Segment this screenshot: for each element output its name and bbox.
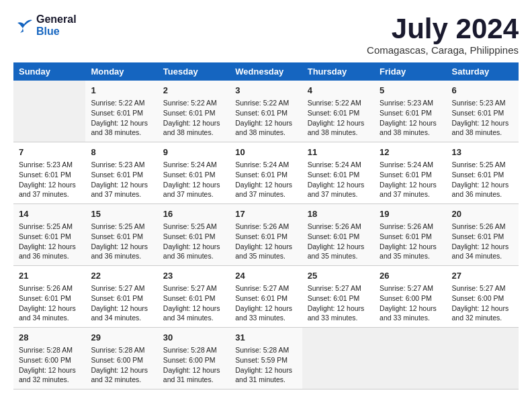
column-header-tuesday: Tuesday — [158, 62, 230, 81]
sunset-text: Sunset: 6:00 PM — [19, 355, 80, 365]
sunrise-text: Sunrise: 5:25 AM — [163, 222, 224, 232]
page-subtitle: Comagascas, Caraga, Philippines — [367, 44, 519, 56]
sunset-text: Sunset: 6:00 PM — [163, 355, 224, 365]
sunrise-text: Sunrise: 5:28 AM — [163, 345, 224, 355]
day-number: 29 — [91, 332, 152, 344]
day-number: 19 — [380, 208, 441, 220]
daylight-text: Daylight: 12 hours and 37 minutes. — [91, 180, 152, 199]
daylight-text: Daylight: 12 hours and 37 minutes. — [19, 180, 80, 199]
calendar-cell: 17Sunrise: 5:26 AMSunset: 6:01 PMDayligh… — [230, 204, 302, 266]
sunset-text: Sunset: 6:01 PM — [308, 232, 369, 242]
day-number: 18 — [308, 208, 369, 220]
day-number: 21 — [19, 270, 80, 282]
logo: General Blue — [13, 13, 77, 38]
calendar-cell: 10Sunrise: 5:24 AMSunset: 6:01 PMDayligh… — [230, 142, 302, 204]
day-number: 31 — [235, 332, 296, 344]
sunset-text: Sunset: 6:01 PM — [91, 108, 152, 118]
sunrise-text: Sunrise: 5:22 AM — [235, 98, 296, 108]
daylight-text: Daylight: 12 hours and 34 minutes. — [163, 304, 224, 323]
day-number: 20 — [452, 208, 513, 220]
sunrise-text: Sunrise: 5:27 AM — [163, 283, 224, 293]
sunset-text: Sunset: 6:01 PM — [91, 293, 152, 304]
sunset-text: Sunset: 6:01 PM — [235, 108, 296, 118]
calendar-cell: 31Sunrise: 5:28 AMSunset: 5:59 PMDayligh… — [230, 327, 302, 389]
calendar-cell: 4Sunrise: 5:22 AMSunset: 6:01 PMDaylight… — [302, 81, 374, 142]
sunrise-text: Sunrise: 5:25 AM — [452, 160, 513, 170]
calendar-cell — [302, 327, 374, 389]
sunset-text: Sunset: 6:01 PM — [452, 170, 513, 180]
calendar-cell: 19Sunrise: 5:26 AMSunset: 6:01 PMDayligh… — [374, 204, 446, 266]
day-number: 5 — [380, 85, 441, 97]
calendar-cell: 18Sunrise: 5:26 AMSunset: 6:01 PMDayligh… — [302, 204, 374, 266]
sunset-text: Sunset: 6:01 PM — [308, 170, 369, 180]
calendar-cell: 11Sunrise: 5:24 AMSunset: 6:01 PMDayligh… — [302, 142, 374, 204]
sunrise-text: Sunrise: 5:26 AM — [380, 222, 441, 232]
calendar-cell: 5Sunrise: 5:23 AMSunset: 6:01 PMDaylight… — [374, 81, 446, 142]
calendar-cell — [374, 327, 446, 389]
calendar-cell: 28Sunrise: 5:28 AMSunset: 6:00 PMDayligh… — [13, 327, 85, 389]
day-number: 26 — [380, 270, 441, 282]
daylight-text: Daylight: 12 hours and 37 minutes. — [308, 180, 369, 199]
day-number: 25 — [308, 270, 369, 282]
sunrise-text: Sunrise: 5:27 AM — [91, 283, 152, 293]
calendar-cell: 21Sunrise: 5:26 AMSunset: 6:01 PMDayligh… — [13, 266, 85, 328]
day-number: 13 — [452, 146, 513, 158]
daylight-text: Daylight: 12 hours and 31 minutes. — [235, 365, 296, 385]
day-number: 22 — [91, 270, 152, 282]
day-number: 12 — [380, 146, 441, 158]
sunset-text: Sunset: 5:59 PM — [235, 355, 296, 365]
calendar-week-row: 7Sunrise: 5:23 AMSunset: 6:01 PMDaylight… — [13, 142, 519, 204]
daylight-text: Daylight: 12 hours and 35 minutes. — [308, 242, 369, 261]
calendar-week-row: 1Sunrise: 5:22 AMSunset: 6:01 PMDaylight… — [13, 81, 519, 142]
day-number: 1 — [91, 85, 152, 97]
sunset-text: Sunset: 6:01 PM — [19, 232, 80, 242]
day-number: 10 — [235, 146, 296, 158]
calendar-table: SundayMondayTuesdayWednesdayThursdayFrid… — [13, 62, 519, 390]
day-number: 6 — [452, 85, 513, 97]
sunrise-text: Sunrise: 5:26 AM — [452, 222, 513, 232]
day-number: 11 — [308, 146, 369, 158]
calendar-week-row: 28Sunrise: 5:28 AMSunset: 6:00 PMDayligh… — [13, 327, 519, 389]
daylight-text: Daylight: 12 hours and 36 minutes. — [19, 242, 80, 261]
daylight-text: Daylight: 12 hours and 35 minutes. — [380, 242, 441, 261]
sunset-text: Sunset: 6:01 PM — [235, 170, 296, 180]
sunrise-text: Sunrise: 5:28 AM — [91, 345, 152, 355]
sunset-text: Sunset: 6:01 PM — [91, 170, 152, 180]
daylight-text: Daylight: 12 hours and 33 minutes. — [380, 304, 441, 323]
logo-text: General Blue — [36, 13, 77, 38]
page-title: July 2024 — [367, 13, 519, 44]
calendar-cell: 23Sunrise: 5:27 AMSunset: 6:01 PMDayligh… — [158, 266, 230, 328]
column-header-monday: Monday — [85, 62, 157, 81]
sunrise-text: Sunrise: 5:25 AM — [91, 222, 152, 232]
daylight-text: Daylight: 12 hours and 32 minutes. — [452, 304, 513, 323]
calendar-cell: 20Sunrise: 5:26 AMSunset: 6:01 PMDayligh… — [447, 204, 519, 266]
sunset-text: Sunset: 6:01 PM — [235, 293, 296, 304]
calendar-cell: 26Sunrise: 5:27 AMSunset: 6:00 PMDayligh… — [374, 266, 446, 328]
daylight-text: Daylight: 12 hours and 38 minutes. — [163, 118, 224, 138]
sunrise-text: Sunrise: 5:22 AM — [91, 98, 152, 108]
calendar-cell: 25Sunrise: 5:27 AMSunset: 6:01 PMDayligh… — [302, 266, 374, 328]
day-number: 15 — [91, 208, 152, 220]
daylight-text: Daylight: 12 hours and 34 minutes. — [19, 304, 80, 323]
calendar-week-row: 21Sunrise: 5:26 AMSunset: 6:01 PMDayligh… — [13, 266, 519, 328]
sunset-text: Sunset: 6:01 PM — [452, 108, 513, 118]
sunrise-text: Sunrise: 5:24 AM — [380, 160, 441, 170]
sunrise-text: Sunrise: 5:26 AM — [19, 283, 80, 293]
sunset-text: Sunset: 6:01 PM — [380, 108, 441, 118]
daylight-text: Daylight: 12 hours and 37 minutes. — [235, 180, 296, 199]
daylight-text: Daylight: 12 hours and 37 minutes. — [380, 180, 441, 199]
calendar-cell: 24Sunrise: 5:27 AMSunset: 6:01 PMDayligh… — [230, 266, 302, 328]
daylight-text: Daylight: 12 hours and 38 minutes. — [380, 118, 441, 138]
sunrise-text: Sunrise: 5:23 AM — [91, 160, 152, 170]
column-header-sunday: Sunday — [13, 62, 85, 81]
sunrise-text: Sunrise: 5:24 AM — [308, 160, 369, 170]
calendar-cell: 16Sunrise: 5:25 AMSunset: 6:01 PMDayligh… — [158, 204, 230, 266]
sunset-text: Sunset: 6:01 PM — [163, 293, 224, 304]
calendar-cell: 27Sunrise: 5:27 AMSunset: 6:00 PMDayligh… — [447, 266, 519, 328]
day-number: 2 — [163, 85, 224, 97]
column-header-wednesday: Wednesday — [230, 62, 302, 81]
sunrise-text: Sunrise: 5:28 AM — [235, 345, 296, 355]
day-number: 7 — [19, 146, 80, 158]
day-number: 30 — [163, 332, 224, 344]
sunrise-text: Sunrise: 5:28 AM — [19, 345, 80, 355]
